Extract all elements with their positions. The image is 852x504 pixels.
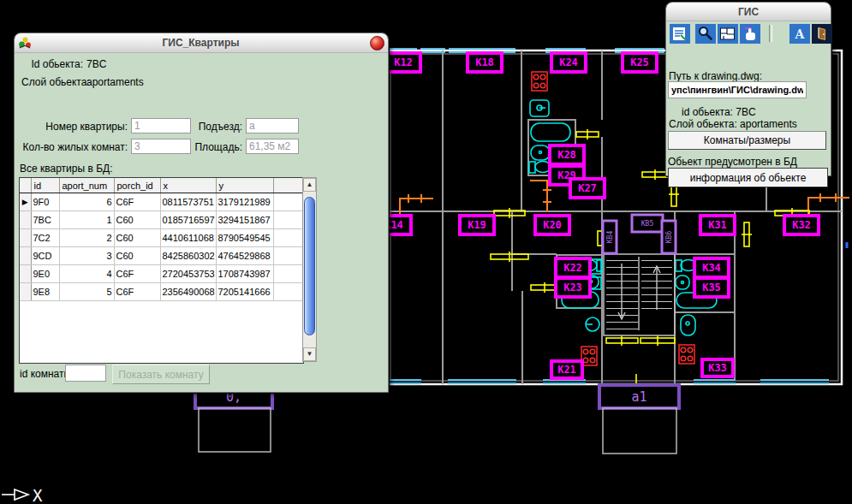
svg-text:A: A [795,27,806,41]
path-label: Путь к drawing.dwg: [669,70,762,82]
svg-text:a1: a1 [631,389,646,405]
table-row[interactable]: 7C22C6044106110688790549545 [20,229,302,247]
object-layer-value: aportaments [86,76,144,88]
app-icon [18,36,32,50]
room-label-K33[interactable]: K33 [702,359,733,377]
apartments-table-body: ▶9F06C6F081157375131791219897BC1C6001857… [20,193,302,301]
room-label-K28[interactable]: K28 [550,145,584,164]
table-caption: Все квартиры в БД: [20,163,112,175]
door-label-КВ4: КВ4 [603,221,617,253]
svg-text:КВ6: КВ6 [665,231,673,244]
apt-number-label: Номер квартиры: [21,121,128,133]
staircase [604,254,675,335]
porch-input[interactable] [246,118,299,133]
object-id-label: Id обьекта: [21,58,83,70]
scroll-up-icon[interactable]: ▲ [303,178,316,192]
apartments-table[interactable]: idaport_numporch_idxy ▶9F06C6F0811573751… [19,177,304,364]
gis-object-id-text: id обьекта: 7BC [682,106,756,118]
room-label-K27[interactable]: K27 [570,179,605,198]
room-id-input[interactable] [65,365,106,382]
svg-text:K27: K27 [578,182,597,194]
scroll-down-icon[interactable]: ▼ [303,347,316,361]
svg-text:K28: K28 [557,149,576,161]
entrance-0,: 0, [195,386,272,452]
gis-panel-title: ГИС [670,6,827,18]
living-rooms-label: Кол-во жилых комнат: [21,141,128,153]
table-scrollbar[interactable]: ▲ ▼ [302,177,317,362]
show-room-button[interactable]: Показать комнату [112,365,210,384]
gis-object-layer-text: Слой обьекта: aportaments [669,118,797,130]
room-label-K21[interactable]: K21 [551,361,582,378]
table-row[interactable]: 9CD3C6084258603024764529868 [20,247,302,265]
table-row[interactable]: 9E85C6F23564900687205141666 [20,283,302,301]
scrollbar-thumb[interactable] [304,197,315,335]
svg-text:КВ5: КВ5 [641,220,654,228]
area-label: Площадь: [177,141,242,153]
table-row[interactable]: ▶9F06C6F08115737513179121989 [20,193,302,211]
object-id-value: 7BC [86,58,106,70]
svg-text:K20: K20 [543,219,562,231]
room-label-K12[interactable]: K12 [386,53,420,72]
entrance-a1: a1 [599,385,679,454]
ucs-axis-icon: X [2,486,43,504]
gis-panel-body: A Путь к drawing.dwg: id обьекта: 7BC Сл… [666,21,831,175]
rooms-sizes-button[interactable]: Комнаты/размеры [668,131,826,150]
svg-text:K23: K23 [563,282,582,294]
svg-text:K35: K35 [702,282,721,294]
svg-text:КВ4: КВ4 [606,231,614,244]
svg-text:K19: K19 [468,219,486,231]
room-label-K24[interactable]: K24 [551,53,586,72]
axis-x-label: X [33,486,43,504]
svg-text:K18: K18 [475,56,494,68]
svg-text:K21: K21 [557,364,576,376]
room-label-K22[interactable]: K22 [556,258,590,277]
door-label-КВ6: КВ6 [662,221,676,253]
svg-text:K22: K22 [563,262,582,274]
path-input[interactable] [668,81,807,98]
room-label-K25[interactable]: K25 [623,53,657,72]
application-canvas: K12K18K24K25K28K29K27K14K19K20K31K32K22K… [0,0,852,504]
porch-label: Подъезд: [177,121,242,133]
floor-plan-icon[interactable] [718,24,738,44]
apartments-dialog-titlebar[interactable]: ГИС_Квартиры [15,33,388,53]
door-label-КВ5: КВ5 [632,215,663,232]
room-label-K19[interactable]: K19 [460,216,494,234]
text-style-icon[interactable]: A [789,24,810,44]
svg-text:K34: K34 [702,262,721,274]
room-label-K20[interactable]: K20 [535,216,569,234]
svg-text:K25: K25 [630,56,649,68]
db-status-text: Обьект предусмотрен в БД [668,156,797,168]
gis-panel-window: ГИС A Путь к drawing.dwg: [665,2,831,176]
entrance-blocks: 0,a1 [195,385,679,454]
door-type-labels: КВ4КВ5КВ6 [603,215,676,253]
gis-panel-titlebar[interactable]: ГИС [666,3,831,21]
object-info-button[interactable]: информация об обьекте [668,168,828,187]
svg-text:K24: K24 [559,56,578,68]
room-label-K34[interactable]: K34 [694,258,729,277]
table-row[interactable]: 9E04C6F27204537531708743987 [20,265,302,283]
room-label-K32[interactable]: K32 [784,216,819,234]
table-header-row: idaport_numporch_idxy [20,178,302,193]
gis-logo-icon[interactable] [670,24,690,44]
room-label-K35[interactable]: K35 [694,278,729,297]
svg-text:K32: K32 [792,219,811,231]
svg-text:K31: K31 [708,219,727,231]
room-label-K31[interactable]: K31 [700,216,735,234]
svg-text:K33: K33 [708,362,727,374]
zoom-icon[interactable] [695,24,716,44]
toolbar-separator [769,25,772,42]
table-row[interactable]: 7BC1C6001857165973294151867 [20,211,302,229]
close-button[interactable] [370,36,384,50]
room-label-K23[interactable]: K23 [556,278,590,297]
exit-door-icon[interactable] [812,24,832,44]
svg-text:K12: K12 [394,56,413,68]
object-layer-label: Слой обьекта: [21,76,83,88]
apartments-dialog-window: ГИС_Квартиры Id обьекта: 7BC Слой обьект… [14,33,389,393]
room-label-K18[interactable]: K18 [468,53,502,72]
apartments-dialog-title: ГИС_Квартиры [32,37,370,49]
area-input[interactable] [246,139,299,154]
pan-hand-icon[interactable] [740,24,760,44]
apartments-dialog-body: Id обьекта: 7BC Слой обьекта: aportament… [15,53,388,392]
